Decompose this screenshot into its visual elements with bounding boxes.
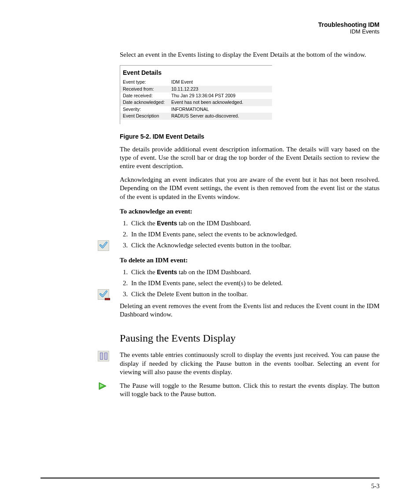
detail-row: Severity: INFORMATIONAL [120, 106, 272, 113]
detail-value: INFORMATIONAL [171, 107, 209, 112]
page-number: 5-3 [371, 483, 379, 489]
list-item: Click the Events tab on the IDM Dashboar… [129, 268, 379, 276]
detail-label: Date received: [123, 93, 171, 99]
event-details-title: Event Details [123, 69, 272, 77]
detail-value: IDM Event [171, 79, 193, 85]
page-footer: 5-3 [41, 478, 379, 490]
figure-caption: Figure 5-2. IDM Event Details [120, 133, 379, 141]
detail-value: RADIUS Server auto-discovered. [171, 113, 239, 119]
detail-row: Date received: Thu Jan 29 13:36:04 PST 2… [120, 92, 272, 99]
checkmark-icon [98, 240, 109, 251]
detail-label: Severity: [123, 107, 171, 112]
resume-icon [98, 382, 109, 393]
play-button-icon [98, 382, 109, 390]
acknowledge-heading: To acknowledge an event: [120, 207, 379, 216]
pause-icon [98, 351, 109, 362]
detail-label: Date acknowledged: [123, 99, 171, 105]
delete-note: Deleting an event removes the event from… [120, 302, 379, 319]
page: Troubleshooting IDM IDM Events Select an… [0, 0, 420, 478]
intro-paragraph: Select an event in the Events listing to… [120, 51, 379, 59]
list-item: In the IDM Events pane, select the event… [129, 279, 379, 287]
delete-event-icon [98, 289, 109, 301]
detail-value: Event has not been acknowledged. [171, 99, 243, 105]
section-heading: Pausing the Events Display [120, 331, 379, 345]
checkmark-delete-icon [98, 289, 109, 300]
detail-row: Received from: 10.11.12.223 [120, 86, 272, 92]
resume-paragraph: The Pause will toggle to the Resume butt… [120, 382, 379, 398]
main-content: Select an event in the Events listing to… [120, 51, 379, 398]
pause-button-icon [98, 351, 109, 361]
event-details-panel: Event Details Event type: IDM Event Rece… [120, 65, 272, 124]
page-header: Troubleshooting IDM IDM Events [41, 21, 379, 35]
pause-paragraph: The events table entries continuously sc… [120, 351, 379, 376]
detail-row: Date acknowledged: Event has not been ac… [120, 99, 272, 106]
detail-label: Received from: [123, 86, 171, 92]
list-item: Click the Events tab on the IDM Dashboar… [129, 219, 379, 228]
list-item: In the IDM Events pane, select the event… [129, 230, 379, 239]
events-tab-ref: Events [157, 220, 177, 227]
detail-value: Thu Jan 29 13:36:04 PST 2009 [171, 93, 236, 99]
list-item: Click the Acknowledge selected events bu… [129, 241, 379, 250]
detail-row: Event Description RADIUS Server auto-dis… [120, 113, 272, 119]
delete-heading: To delete an IDM event: [120, 256, 379, 265]
detail-row: Event type: IDM Event [120, 79, 272, 85]
header-title: Troubleshooting IDM [41, 21, 379, 28]
delete-steps: Click the Events tab on the IDM Dashboar… [120, 268, 379, 299]
acknowledge-steps: Click the Events tab on the IDM Dashboar… [120, 219, 379, 250]
details-paragraph: The details provide additional event des… [120, 145, 379, 171]
acknowledge-paragraph: Acknowledging an event indicates that yo… [120, 176, 379, 201]
minus-badge-icon [105, 298, 110, 300]
header-subtitle: IDM Events [41, 28, 379, 35]
detail-label: Event type: [123, 79, 171, 85]
detail-label: Event Description [123, 113, 171, 119]
detail-value: 10.11.12.223 [171, 86, 198, 92]
acknowledge-icon [98, 240, 109, 252]
list-item: Click the Delete Event button in the too… [129, 290, 379, 298]
events-tab-ref: Events [157, 269, 177, 276]
